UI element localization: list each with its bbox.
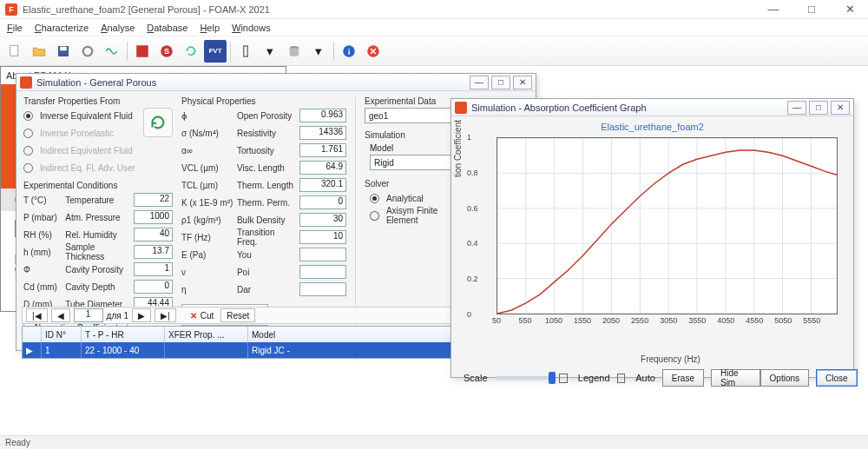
absorption-graph-window: Simulation - Absorption Coefficient Grap… bbox=[450, 98, 854, 378]
erase-button[interactable]: Erase bbox=[662, 369, 704, 387]
tb-device-icon[interactable] bbox=[234, 40, 257, 63]
svg-rect-2 bbox=[60, 46, 67, 50]
tb-cancel-icon[interactable] bbox=[362, 40, 385, 63]
cond-value-4[interactable]: 1 bbox=[134, 262, 173, 276]
phys-value-0[interactable]: 0.963 bbox=[299, 109, 346, 122]
phys-sym: σ (Ns/m⁴) bbox=[181, 129, 233, 138]
cond-value-3[interactable]: 13.7 bbox=[134, 245, 173, 259]
toolbar: S FVT ▾ ▾ i bbox=[0, 36, 868, 66]
tb-db-icon[interactable] bbox=[283, 40, 306, 63]
main-minimize-button[interactable]: — bbox=[760, 3, 786, 16]
radio-analytical[interactable] bbox=[370, 194, 379, 203]
phys-value-1[interactable]: 14336 bbox=[299, 126, 346, 140]
tb-dropdown2-icon[interactable]: ▾ bbox=[307, 40, 330, 63]
hide-sim-button[interactable]: Hide Sim bbox=[711, 369, 760, 387]
cond-name: Atm. Pressure bbox=[65, 213, 130, 222]
menu-file[interactable]: File bbox=[7, 23, 23, 33]
nav-position[interactable]: 1 bbox=[74, 308, 103, 322]
nav-prev-button[interactable]: ◀ bbox=[51, 308, 70, 322]
phys-value-2[interactable]: 1.761 bbox=[299, 143, 346, 157]
ytick: 0.8 bbox=[467, 169, 478, 177]
phys-name: You bbox=[237, 250, 296, 260]
main-close-button[interactable]: ✕ bbox=[837, 3, 863, 16]
phys-name: Visc. Length bbox=[237, 163, 296, 173]
main-maximize-button[interactable]: □ bbox=[799, 3, 825, 16]
menu-analyse[interactable]: Analyse bbox=[101, 23, 135, 33]
close-button[interactable]: Close bbox=[816, 369, 858, 387]
nav-first-button[interactable]: |◀ bbox=[26, 308, 48, 322]
svg-text:S: S bbox=[164, 47, 169, 56]
xtick: 1050 bbox=[545, 316, 562, 325]
phys-value-5[interactable]: 0 bbox=[299, 195, 346, 209]
graph-close-button[interactable]: ✕ bbox=[831, 101, 850, 115]
nav-next-button[interactable]: ▶ bbox=[132, 308, 151, 322]
tb-save-icon[interactable] bbox=[52, 40, 75, 63]
cond-value-0[interactable]: 22 bbox=[134, 193, 173, 207]
tb-dropdown1-icon[interactable]: ▾ bbox=[259, 40, 281, 63]
phys-value-7[interactable]: 10 bbox=[299, 230, 346, 244]
tb-new-icon[interactable] bbox=[3, 40, 26, 63]
svg-point-3 bbox=[83, 46, 93, 56]
grid-header-id[interactable]: ID N° bbox=[42, 327, 82, 342]
radio-indirect-eq-fluid[interactable] bbox=[23, 146, 33, 155]
cond-value-5[interactable]: 0 bbox=[134, 280, 173, 294]
phys-value-4[interactable]: 320.1 bbox=[299, 178, 346, 192]
xtick: 5050 bbox=[774, 316, 792, 325]
tb-wave-icon[interactable] bbox=[101, 40, 123, 63]
cond-value-1[interactable]: 1000 bbox=[134, 210, 173, 224]
nav-last-button[interactable]: ▶| bbox=[155, 308, 176, 322]
svg-rect-7 bbox=[244, 46, 248, 56]
cond-value-2[interactable]: 40 bbox=[134, 228, 173, 241]
tb-open-icon[interactable] bbox=[28, 40, 50, 63]
tb-info-icon[interactable]: i bbox=[338, 40, 360, 63]
menu-help[interactable]: Help bbox=[200, 23, 220, 33]
phys-name: Dar bbox=[237, 285, 296, 294]
xtick: 4050 bbox=[717, 316, 734, 325]
tb-refresh-icon[interactable] bbox=[180, 40, 202, 63]
phys-value-9[interactable] bbox=[299, 265, 346, 279]
menu-database[interactable]: Database bbox=[147, 23, 187, 33]
ytick: 1 bbox=[467, 133, 471, 142]
cond-sym: h (mm) bbox=[23, 248, 62, 257]
radio-inverse-poroelastic[interactable] bbox=[23, 129, 33, 138]
radio-indirect-adv[interactable] bbox=[23, 163, 33, 173]
phys-value-3[interactable]: 64.9 bbox=[299, 161, 346, 175]
graph-min-button[interactable]: — bbox=[787, 101, 806, 115]
scale-slider[interactable] bbox=[495, 376, 553, 380]
phys-value-6[interactable]: 30 bbox=[299, 213, 346, 227]
auto-checkbox[interactable] bbox=[617, 374, 626, 383]
tb-gear-icon[interactable] bbox=[76, 40, 99, 63]
phys-value-8[interactable] bbox=[299, 248, 346, 261]
menu-characterize[interactable]: Characterize bbox=[35, 23, 89, 33]
options-button[interactable]: Options bbox=[760, 369, 809, 387]
tb-fvt-icon[interactable]: FVT bbox=[204, 40, 227, 63]
simgp-close-button[interactable]: ✕ bbox=[513, 76, 532, 89]
tb-red1-icon[interactable] bbox=[131, 40, 154, 63]
ytick: 0.4 bbox=[467, 239, 478, 248]
simgp-max-button[interactable]: □ bbox=[491, 76, 510, 89]
menu-windows[interactable]: Windows bbox=[232, 23, 271, 33]
tb-stop-icon[interactable]: S bbox=[155, 40, 178, 63]
cond-sym: Cd (mm) bbox=[23, 282, 62, 292]
window-icon bbox=[20, 76, 32, 89]
window-icon bbox=[455, 102, 467, 114]
radio-inverse-eq-fluid[interactable] bbox=[23, 111, 33, 121]
xtick: 4550 bbox=[746, 316, 763, 325]
phys-sym: ρ1 (kg/m³) bbox=[181, 215, 233, 225]
phys-sym: ϕ bbox=[181, 111, 233, 121]
phys-name: Resistivity bbox=[237, 129, 296, 138]
nav-cut-button[interactable]: Cut bbox=[201, 311, 214, 321]
nav-of-label: для 1 bbox=[107, 311, 128, 321]
legend-checkbox[interactable] bbox=[559, 374, 568, 383]
refresh-button[interactable] bbox=[143, 108, 173, 137]
app-icon: F bbox=[5, 3, 17, 16]
radio-axisym[interactable] bbox=[370, 211, 379, 221]
nav-reset-button[interactable]: Reset bbox=[220, 308, 255, 322]
statusbar: Ready bbox=[0, 435, 868, 449]
phys-value-10[interactable] bbox=[299, 282, 346, 296]
grid-header-tphr[interactable]: T - P - HR bbox=[82, 327, 165, 342]
graph-max-button[interactable]: □ bbox=[809, 101, 828, 115]
simgp-min-button[interactable]: — bbox=[470, 76, 489, 89]
menubar: File Characterize Analyse Database Help … bbox=[0, 19, 868, 36]
grid-header-xfer[interactable]: XFER Prop. ... bbox=[165, 327, 248, 342]
